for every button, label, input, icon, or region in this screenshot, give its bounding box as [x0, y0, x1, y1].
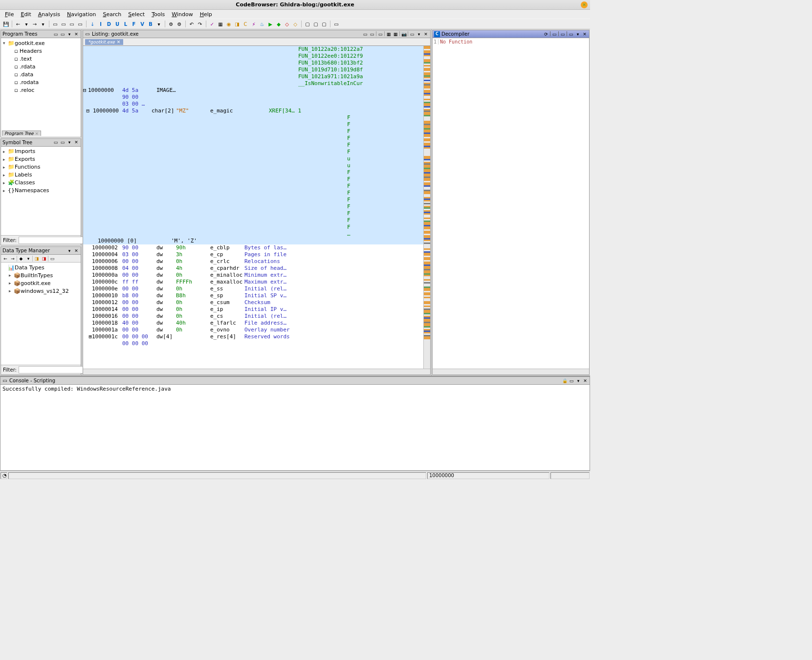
dtm-item[interactable]: ▸📦gootkit.exe	[2, 279, 80, 287]
tool-icon[interactable]: ◆	[275, 20, 283, 28]
close-icon[interactable]: ✕	[423, 31, 429, 37]
tool-icon[interactable]: ▦	[217, 20, 224, 28]
tree-section[interactable]: ▫.rodata	[2, 78, 80, 86]
lock-icon[interactable]: 🔒	[562, 378, 568, 384]
decompiler-header[interactable]: C Decompiler ⟳ ▭ ▭ ▭ ▾ ✕	[433, 30, 589, 38]
tool-icon[interactable]: ⚡	[250, 20, 258, 28]
tool-icon[interactable]: ▭	[369, 31, 375, 37]
menu-icon[interactable]: ▾	[66, 139, 72, 145]
tool-icon[interactable]: ⚙	[167, 20, 175, 28]
close-icon[interactable]: ✕	[73, 31, 79, 37]
tool-icon[interactable]: ◉	[225, 20, 233, 28]
tree-section[interactable]: ▫.text	[2, 55, 80, 63]
tool-icon[interactable]: ⚙	[176, 20, 183, 28]
refresh-icon[interactable]: ⟳	[543, 31, 549, 37]
menu-navigation[interactable]: Navigation	[64, 11, 99, 18]
window-close-button[interactable]: ✕	[581, 1, 588, 8]
menu-icon[interactable]: ▾	[575, 31, 581, 37]
tool-icon[interactable]: ▭	[560, 31, 566, 37]
letter-l-icon[interactable]: L	[122, 20, 130, 28]
dropdown-icon[interactable]: ▾	[155, 20, 163, 28]
dropdown-icon[interactable]: ▾	[39, 20, 47, 28]
dropdown-icon[interactable]: ▾	[22, 20, 30, 28]
nav-back-icon[interactable]: ←	[14, 20, 22, 28]
menu-icon[interactable]: ▾	[416, 31, 422, 37]
tool-icon[interactable]: ▢	[320, 20, 328, 28]
nav-fwd-icon[interactable]: →	[31, 20, 39, 28]
tree-root[interactable]: ▾📁gootkit.exe	[2, 39, 80, 47]
tool-icon[interactable]: ♨	[258, 20, 266, 28]
tool-icon[interactable]: ▭	[569, 378, 574, 384]
program-trees-header[interactable]: Program Trees ▭ ▭ ▾ ✕	[1, 30, 81, 38]
tool-icon[interactable]: ▢	[312, 20, 320, 28]
tool-icon[interactable]: ▭	[60, 139, 66, 145]
tool-icon[interactable]: ▭	[53, 31, 59, 37]
dtm-item[interactable]: ▸📦windows_vs12_32	[2, 287, 80, 295]
dropdown-icon[interactable]: ▾	[25, 255, 32, 262]
tool-icon[interactable]: ▭	[568, 31, 574, 37]
tool-icon[interactable]: ▭	[409, 31, 415, 37]
menu-window[interactable]: Window	[169, 11, 196, 18]
check-icon[interactable]: ✓	[208, 20, 216, 28]
tree-section[interactable]: ▫Headers	[2, 47, 80, 55]
menu-analysis[interactable]: Analysis	[35, 11, 63, 18]
symbol-filter-input[interactable]	[19, 237, 84, 244]
scrollbar-horizontal[interactable]	[433, 369, 589, 374]
tool-icon[interactable]: ▭	[551, 31, 557, 37]
tool-icon[interactable]: ▭	[60, 31, 66, 37]
decompiler-body[interactable]: 1No Function	[433, 38, 589, 369]
program-tree-tab[interactable]: Program Tree×	[2, 131, 41, 136]
dtm-filter-input[interactable]	[19, 366, 84, 374]
letter-d-icon[interactable]: D	[105, 20, 113, 28]
tool-icon[interactable]: ▭	[60, 20, 67, 28]
nav-back-icon[interactable]: ←	[2, 255, 9, 262]
close-icon[interactable]: ✕	[117, 40, 121, 44]
tool-icon[interactable]: ▭	[53, 139, 59, 145]
close-icon[interactable]: ✕	[73, 139, 79, 145]
scrollbar-horizontal[interactable]	[83, 369, 430, 374]
save-icon[interactable]: 💾	[2, 20, 10, 28]
nav-down-icon[interactable]: ↓	[88, 20, 96, 28]
tree-section[interactable]: ▫.reloc	[2, 86, 80, 94]
console-header[interactable]: ▭ Console - Scripting 🔒 ▭ ▾ ✕	[0, 377, 590, 385]
menu-icon[interactable]: ▾	[66, 248, 72, 254]
symbol-functions[interactable]: ▸📁Functions	[2, 163, 80, 171]
play-icon[interactable]: ▶	[266, 20, 274, 28]
symbol-classes[interactable]: ▸🧩Classes	[2, 179, 80, 187]
menu-file[interactable]: File	[2, 11, 17, 18]
console-output[interactable]: Successfully compiled: WindowsResourceRe…	[0, 385, 590, 470]
menu-search[interactable]: Search	[100, 11, 124, 18]
tool-icon[interactable]: ▭	[362, 31, 368, 37]
tool-icon[interactable]: ▦	[386, 31, 392, 37]
tool-icon[interactable]: ◨	[41, 255, 47, 262]
listing-file-tab[interactable]: *gootkit.exe ✕	[85, 39, 123, 45]
camera-icon[interactable]: 📷	[401, 31, 407, 37]
close-icon[interactable]: ✕	[582, 378, 588, 384]
tool-icon[interactable]: ◇	[283, 20, 291, 28]
undo-icon[interactable]: ↶	[188, 20, 196, 28]
menu-select[interactable]: Select	[125, 11, 148, 18]
tool-icon[interactable]: ▢	[304, 20, 311, 28]
dtm-item[interactable]: ▸📦BuiltInTypes	[2, 271, 80, 279]
menu-icon[interactable]: ▾	[575, 378, 581, 384]
letter-b-icon[interactable]: B	[147, 20, 154, 28]
tool-icon[interactable]: ◨	[233, 20, 241, 28]
menu-edit[interactable]: Edit	[18, 11, 34, 18]
menu-help[interactable]: Help	[197, 11, 215, 18]
menu-tools[interactable]: Tools	[149, 11, 168, 18]
tree-section[interactable]: ▫.rdata	[2, 63, 80, 70]
listing-header[interactable]: ▭ Listing: gootkit.exe ▭ ▭ ▭ ▦ ▦ 📷 ▭	[83, 30, 430, 38]
letter-v-icon[interactable]: V	[138, 20, 146, 28]
nav-fwd-icon[interactable]: →	[9, 255, 16, 262]
symbol-namespaces[interactable]: ▸{}Namespaces	[2, 187, 80, 195]
symbol-labels[interactable]: ▸📁Labels	[2, 171, 80, 179]
tool-icon[interactable]: ▭	[76, 20, 84, 28]
tool-icon[interactable]: ◆	[18, 255, 24, 262]
menu-icon[interactable]: ▾	[66, 31, 72, 37]
letter-i-icon[interactable]: I	[97, 20, 105, 28]
letter-u-icon[interactable]: U	[113, 20, 121, 28]
symbol-exports[interactable]: ▸📁Exports	[2, 155, 80, 163]
symbol-imports[interactable]: ▸📁Imports	[2, 148, 80, 155]
dtm-header[interactable]: Data Type Manager ▾ ✕	[1, 247, 81, 255]
tool-icon[interactable]: ▦	[393, 31, 398, 37]
